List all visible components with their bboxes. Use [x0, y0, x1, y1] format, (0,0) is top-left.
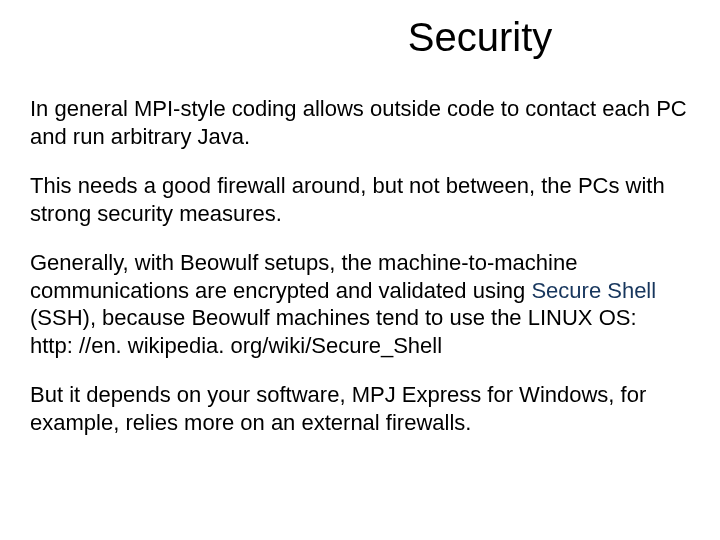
paragraph-1: In general MPI-style coding allows outsi…: [30, 95, 690, 150]
slide-title: Security: [270, 15, 690, 60]
paragraph-3: Generally, with Beowulf setups, the mach…: [30, 249, 690, 359]
paragraph-3-url: http: //en. wikipedia. org/wiki/Secure_S…: [30, 333, 442, 358]
paragraph-2: This needs a good firewall around, but n…: [30, 172, 690, 227]
secure-shell-link[interactable]: Secure Shell: [531, 278, 656, 303]
paragraph-4: But it depends on your software, MPJ Exp…: [30, 381, 690, 436]
paragraph-3-pre: Generally, with Beowulf setups, the mach…: [30, 250, 577, 303]
slide: Security In general MPI-style coding all…: [0, 0, 720, 540]
slide-body: In general MPI-style coding allows outsi…: [30, 95, 690, 436]
paragraph-3-post: (SSH), because Beowulf machines tend to …: [30, 305, 637, 330]
